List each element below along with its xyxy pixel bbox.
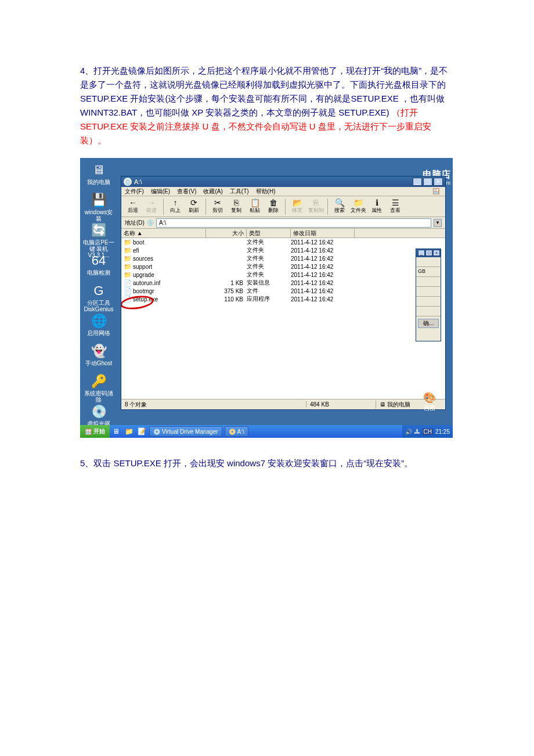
file-row[interactable]: 📁efi文件夹2011-4-12 16:42 (121, 246, 445, 254)
desktop-icon[interactable]: 64电脑检测 (82, 252, 115, 276)
file-size: 1 KB (206, 280, 247, 286)
desktop-icon[interactable]: 👻手动Ghost (82, 343, 115, 366)
file-row[interactable]: 📄setup.exe110 KB应用程序2011-4-12 16:42 (121, 295, 445, 303)
file-row[interactable]: 📁sources文件夹2011-4-12 16:42 (121, 254, 445, 262)
toolbar-剪切[interactable]: ✂剪切 (210, 197, 226, 216)
toolbar-label: 删除 (268, 207, 279, 214)
file-date: 2011-4-12 16:42 (291, 239, 355, 246)
menubar: 文件(F)编辑(E)查看(V)收藏(A)工具(T)帮助(H)🪟 (121, 187, 445, 196)
desktop-icon[interactable]: 🔑系统密码清除 (82, 373, 115, 403)
desktop-icon[interactable]: 💾windows安装 (82, 192, 115, 222)
file-list: 📁boot文件夹2011-4-12 16:42📁efi文件夹2011-4-12 … (121, 238, 445, 399)
file-type: 应用程序 (247, 295, 291, 303)
col-type[interactable]: 类型 (247, 229, 291, 237)
file-row[interactable]: 📁upgrade文件夹2011-4-12 16:42 (121, 271, 445, 279)
smallwin-close[interactable]: × (433, 250, 440, 256)
toolbar-粘贴[interactable]: 📋粘贴 (247, 197, 263, 216)
file-row[interactable]: 📁boot文件夹2011-4-12 16:42 (121, 238, 445, 246)
desktop-icon-label: 手动Ghost (82, 360, 115, 366)
file-icon: 📄 (124, 296, 131, 303)
toolbar-属性[interactable]: ℹ属性 (369, 197, 385, 216)
menu-item[interactable]: 收藏(A) (203, 188, 222, 196)
toolbar-移至: 📂移至 (289, 197, 305, 216)
quicklaunch-desktop-icon[interactable]: 🖥 (111, 426, 121, 437)
toolbar-删除[interactable]: 🗑删除 (265, 197, 282, 216)
paragraph-5: 5、双击 SETUP.EXE 打开，会出现安 windows7 安装欢迎安装窗口… (80, 456, 454, 470)
desktop-icon[interactable]: 🖥我的电脑 (82, 161, 115, 185)
start-button[interactable]: 🪟 开始 (80, 425, 110, 438)
file-row[interactable]: 📁support文件夹2011-4-12 16:42 (121, 262, 445, 271)
folder-icon: 📁 (124, 247, 131, 254)
taskbar-task[interactable]: 📀A:\ (225, 426, 248, 437)
toolbar-icon: ☰ (392, 199, 399, 207)
menu-item[interactable]: 帮助(H) (256, 188, 276, 196)
menu-item[interactable]: 工具(T) (230, 188, 249, 196)
toolbar-label: 刷新 (189, 207, 199, 214)
address-field[interactable]: A:\ (156, 218, 431, 228)
file-name: bootmgr (133, 288, 206, 294)
toolbar-icon: → (147, 199, 156, 207)
toolbar-搜索[interactable]: 🔍搜索 (331, 197, 348, 216)
taskbar-task[interactable]: 💿Virtual Drive Manager (149, 426, 222, 437)
close-button[interactable]: × (434, 178, 443, 186)
toolbar-文件夹[interactable]: 📁文件夹 (350, 197, 366, 216)
desktop-paint-icon[interactable]: 🎨 画图 (421, 391, 438, 408)
tray-icon[interactable]: 🖧 (414, 429, 420, 435)
toolbar-label: 剪切 (212, 207, 223, 214)
toolbar-后退[interactable]: ←后退 (125, 197, 141, 216)
file-size: 110 KB (206, 296, 247, 303)
toolbar-icon: ⟳ (190, 199, 197, 207)
tray-lang[interactable]: CH (423, 429, 433, 435)
toolbar-label: 粘贴 (250, 207, 260, 214)
paragraph-4: 4、打开光盘镜像后如图所示，之后把这个程序最小化就不用管他了，现在打开“我的电脑… (80, 64, 454, 147)
menu-item[interactable]: 查看(V) (177, 188, 196, 196)
toolbar-复制到: ⎘复制到 (308, 197, 324, 216)
desktop-icon[interactable]: 🌐启用网络 (82, 312, 115, 336)
desktop-icon[interactable]: 💿虚拟光驱 (82, 403, 115, 427)
folder-icon: 📁 (124, 271, 131, 279)
toolbar-复制[interactable]: ⎘复制 (228, 197, 244, 216)
desktop-icon-glyph: 🔑 (91, 373, 107, 389)
address-dropdown-button[interactable]: ▼ (434, 219, 442, 227)
explorer-titlebar[interactable]: 💿 A:\ _ □ × (121, 177, 445, 187)
toolbar-向上[interactable]: ↑向上 (167, 197, 183, 216)
toolbar-icon: ↑ (174, 199, 178, 207)
file-row[interactable]: 📄autorun.inf1 KB安装信息2011-4-12 16:42 (121, 279, 445, 287)
folder-icon: 📁 (124, 239, 131, 246)
file-date: 2011-4-12 16:42 (291, 272, 355, 278)
file-date: 2011-4-12 16:42 (291, 280, 355, 286)
toolbar-刷新[interactable]: ⟳刷新 (186, 197, 202, 216)
file-row[interactable]: 📄bootmgr375 KB文件2011-4-12 16:42 (121, 287, 445, 295)
file-type: 文件 (247, 287, 291, 295)
smallwin-button[interactable]: 确... (418, 319, 439, 328)
desktop-icon[interactable]: G分区工具 DiskGenius (82, 282, 115, 312)
small-window: _ □ × GB 确... (416, 249, 441, 341)
col-size[interactable]: 大小 (206, 229, 247, 237)
address-label: 地址(D) (125, 219, 145, 227)
smallwin-min[interactable]: _ (418, 250, 425, 256)
col-date[interactable]: 修改日期 (291, 229, 355, 237)
quicklaunch-explorer-icon[interactable]: 📁 (124, 426, 134, 437)
tray-time: 21:25 (435, 429, 450, 435)
toolbar-icon: ⎘ (234, 199, 239, 207)
minimize-button[interactable]: _ (413, 178, 422, 186)
col-name[interactable]: 名称 ▲ (121, 229, 206, 237)
file-date: 2011-4-12 16:42 (291, 264, 355, 270)
maximize-button[interactable]: □ (423, 178, 432, 186)
tray-icon[interactable]: 🔊 (405, 429, 412, 435)
quicklaunch-notepad-icon[interactable]: 📝 (136, 426, 147, 437)
file-name: sources (133, 255, 206, 262)
file-icon: 📄 (124, 287, 131, 295)
toolbar-icon: 📂 (293, 199, 302, 207)
menu-item[interactable]: 编辑(E) (151, 188, 170, 196)
desktop-icon-label: 启用网络 (82, 330, 115, 336)
menu-item[interactable]: 文件(F) (125, 188, 144, 196)
smallwin-titlebar[interactable]: _ □ × (416, 249, 441, 257)
smallwin-max[interactable]: □ (425, 250, 432, 256)
smallwin-cell (416, 297, 441, 307)
toolbar-icon: 🔍 (335, 199, 345, 207)
explorer-window: 💿 A:\ _ □ × 文件(F)编辑(E)查看(V)收藏(A)工具(T)帮助(… (121, 176, 446, 410)
file-type: 文件夹 (247, 254, 291, 262)
drive-icon: 💿 (124, 178, 132, 186)
toolbar-查看[interactable]: ☰查看 (387, 197, 403, 216)
